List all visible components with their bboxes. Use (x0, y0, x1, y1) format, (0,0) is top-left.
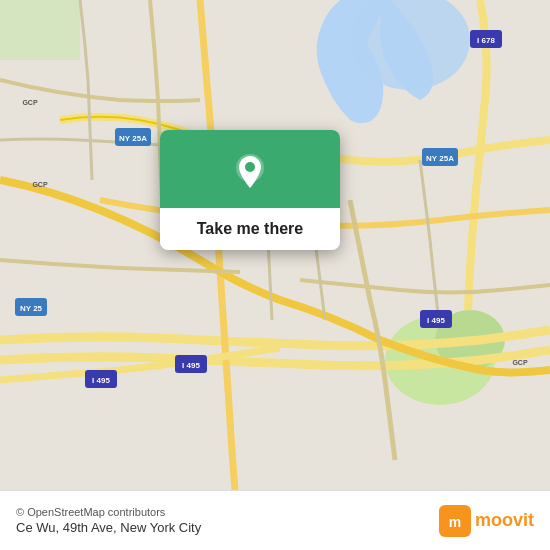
attribution-text: © OpenStreetMap contributors (16, 506, 201, 518)
address-label: Ce Wu, 49th Ave, New York City (16, 520, 201, 535)
svg-text:I 495: I 495 (92, 376, 110, 385)
svg-text:NY 25A: NY 25A (119, 134, 147, 143)
map-view: NY 25A NY 25A I 678 I 495 I 495 I 495 NY… (0, 0, 550, 490)
popup-header (160, 130, 340, 208)
moovit-logo-icon: m (439, 505, 471, 537)
svg-text:GCP: GCP (512, 359, 528, 366)
svg-text:m: m (449, 514, 461, 530)
svg-text:I 678: I 678 (477, 36, 495, 45)
moovit-logo: m moovit (439, 505, 534, 537)
svg-rect-4 (0, 0, 80, 60)
moovit-brand-text: moovit (475, 510, 534, 531)
svg-text:NY 25A: NY 25A (426, 154, 454, 163)
svg-text:NY 25: NY 25 (20, 304, 43, 313)
svg-text:GCP: GCP (22, 99, 38, 106)
bottom-bar: © OpenStreetMap contributors Ce Wu, 49th… (0, 490, 550, 550)
svg-text:I 495: I 495 (182, 361, 200, 370)
popup-card[interactable]: Take me there (160, 130, 340, 250)
svg-text:GCP: GCP (32, 181, 48, 188)
svg-text:I 495: I 495 (427, 316, 445, 325)
svg-point-25 (245, 162, 255, 172)
location-pin-icon (228, 150, 272, 194)
take-me-there-button[interactable]: Take me there (187, 208, 313, 250)
